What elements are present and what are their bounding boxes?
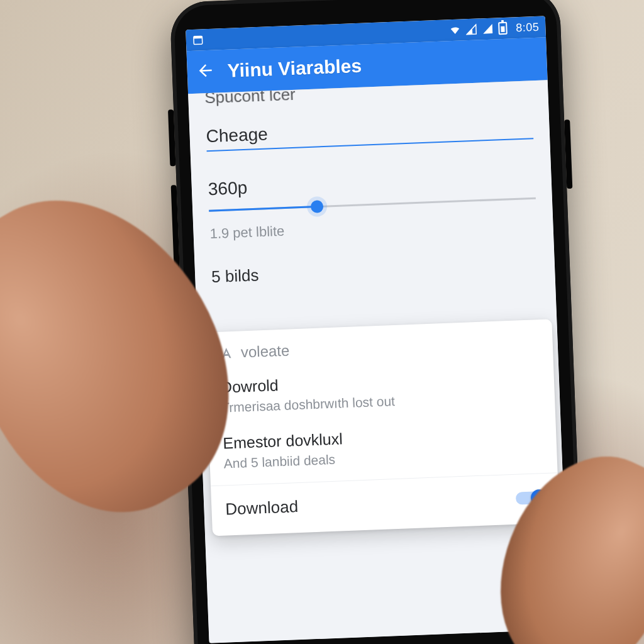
arrow-back-icon — [196, 61, 215, 80]
wifi-icon — [449, 25, 461, 36]
back-button[interactable] — [196, 61, 215, 83]
quality-slider-caption: 1.9 pet lblite — [209, 213, 537, 242]
signal-icon — [482, 23, 494, 35]
slider-thumb[interactable] — [310, 200, 323, 213]
section-label: 5 bilds — [211, 255, 539, 287]
card-header-label: voleate — [240, 341, 289, 361]
quality-slider-row: 360p 1.9 pet lblite — [208, 167, 536, 242]
switch-knob — [531, 489, 548, 506]
phone-screen: 8:05 Yiinu Viarables Spucont lcer Cheage… — [186, 16, 569, 643]
download-toggle-row[interactable]: Download — [211, 472, 560, 536]
battery-icon — [498, 22, 508, 35]
text-field-row[interactable]: Cheage — [206, 114, 533, 152]
app-bar-title: Yiinu Viarables — [227, 55, 362, 82]
notification-calendar-icon — [192, 34, 204, 46]
svg-rect-1 — [194, 36, 203, 38]
status-bar-clock: 8:05 — [516, 20, 540, 34]
slider-fill — [209, 206, 317, 212]
download-toggle-label: Download — [225, 489, 516, 519]
settings-page[interactable]: Spucont lcer Cheage 360p 1.9 pet lblite … — [188, 80, 569, 643]
text-field-value[interactable]: Cheage — [206, 114, 533, 152]
font-icon — [219, 346, 234, 360]
download-toggle-switch[interactable] — [516, 491, 545, 504]
phone-power-button — [564, 119, 572, 189]
photo-background: 8:05 Yiinu Viarables Spucont lcer Cheage… — [0, 0, 644, 644]
signal-icon — [465, 24, 477, 36]
actions-card: voleate Dowrold Trmerisaa doshbrwıth los… — [205, 319, 560, 536]
phone-body: 8:05 Yiinu Viarables Spucont lcer Cheage… — [169, 0, 585, 644]
